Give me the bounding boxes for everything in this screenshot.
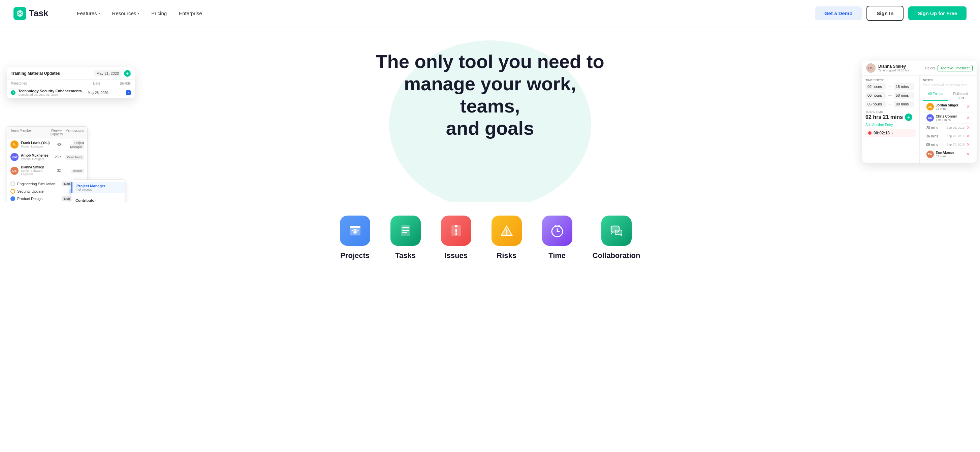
- sign-up-button[interactable]: Sign Up for Free: [908, 6, 967, 20]
- hero-headline: The only tool you need to manage your wo…: [372, 51, 608, 139]
- delete-icon[interactable]: ✕: [967, 104, 970, 109]
- time-entry-row: 05 hours — 00 mins: [865, 101, 916, 107]
- nav-features[interactable]: Features ▾: [72, 8, 105, 19]
- logo-text: Task: [29, 8, 48, 19]
- avatar: JS: [926, 103, 934, 110]
- hours-input[interactable]: 00 hours: [865, 92, 886, 99]
- mock-table-header: Milestones Date Billable: [7, 80, 135, 87]
- nav-divider: [62, 8, 62, 19]
- delete-icon[interactable]: ✕: [967, 152, 970, 157]
- mock-team-panel: Team Member Weekly Capacity Permissions …: [7, 126, 88, 202]
- avatar: AM: [10, 153, 19, 161]
- delete-icon[interactable]: ✕: [967, 142, 970, 147]
- svg-rect-5: [402, 228, 409, 228]
- mock-date: May 21, 2020: [94, 70, 121, 76]
- left-mockup: Training Material Updates May 21, 2020 +…: [7, 67, 135, 98]
- permission-dropdown: Project Manager Full Access Contributor …: [71, 180, 125, 202]
- task-status-icon: [10, 189, 15, 194]
- svg-point-11: [455, 233, 457, 235]
- feature-label: Issues: [444, 251, 468, 260]
- timer-row: 00:02:13 ▾: [865, 129, 916, 137]
- add-time-button[interactable]: +: [905, 113, 912, 121]
- svg-point-13: [506, 233, 508, 235]
- right-mockup: DS Dianna Smiley Time Logged 48:25 hrs R…: [862, 60, 977, 163]
- svg-rect-6: [402, 230, 409, 231]
- approve-timesheet-button[interactable]: Approve Timesheet: [937, 65, 973, 72]
- risks-icon: [492, 216, 522, 246]
- dropdown-item-project-manager[interactable]: Project Manager Full Access: [72, 182, 125, 193]
- hours-input[interactable]: 02 hours: [865, 83, 886, 90]
- logo-icon: [13, 7, 26, 20]
- delete-icon[interactable]: ✕: [967, 116, 970, 120]
- timesheet-header: DS Dianna Smiley Time Logged 48:25 hrs R…: [862, 60, 977, 76]
- navbar: Task Features ▾ Resources ▾ Pricing Ente…: [0, 0, 980, 27]
- tab-estimated-time[interactable]: Estimated Time: [948, 90, 973, 101]
- avatar: DS: [866, 63, 875, 73]
- timesheet-entry: 09 mins Sep 27, 2019 ✕: [923, 140, 974, 149]
- svg-rect-2: [350, 226, 361, 228]
- mock-add-button[interactable]: +: [124, 70, 131, 77]
- logo[interactable]: Task: [13, 7, 48, 20]
- dropdown-item-contributor[interactable]: Contributor Can Edit & Add Comments: [72, 196, 125, 202]
- nav-links: Features ▾ Resources ▾ Pricing Enterpris…: [72, 8, 815, 19]
- svg-rect-7: [402, 232, 407, 233]
- mins-input[interactable]: 15 mins: [894, 83, 914, 90]
- svg-rect-10: [455, 229, 457, 233]
- avatar: CC: [926, 114, 934, 122]
- time-icon: [542, 216, 573, 246]
- mock-checkbox[interactable]: [126, 90, 131, 95]
- task-status-icon: [10, 196, 15, 201]
- avatar: FL: [10, 140, 19, 148]
- reject-button[interactable]: Reject: [925, 66, 934, 70]
- feature-label: Collaboration: [593, 251, 640, 260]
- chevron-down-icon: ▾: [99, 11, 100, 15]
- avatar: DS: [10, 167, 19, 175]
- time-entry-row: 02 hours — 15 mins: [865, 83, 916, 90]
- timesheet-entry: 20 mins Sep 25, 2019 ✕: [923, 124, 974, 132]
- add-entry-link[interactable]: Add Another Entry: [865, 123, 916, 127]
- tab-all-entries[interactable]: All Entries: [923, 90, 948, 101]
- mins-input[interactable]: 00 mins: [894, 101, 914, 107]
- sign-in-button[interactable]: Sign In: [867, 6, 904, 21]
- tasks-icon: [390, 216, 421, 246]
- mock-member-row: FL Frank Lewis (You) Project Manager 40 …: [7, 138, 87, 151]
- timesheet-body: Time Entry 02 hours — 15 mins 00 hours —…: [862, 76, 977, 163]
- notes-placeholder: Your notes will be shown here...: [923, 83, 974, 87]
- feature-collaboration: Collaboration: [593, 216, 640, 260]
- delete-icon[interactable]: ✕: [967, 125, 970, 130]
- feature-label: Projects: [340, 251, 369, 260]
- hours-input[interactable]: 05 hours: [865, 101, 886, 107]
- timesheet-tabs: All Entries Estimated Time: [923, 90, 974, 101]
- timesheet-entry: EA Ece Akman 52 mins ✕: [923, 149, 974, 160]
- feature-projects: Projects: [340, 216, 370, 260]
- mock-task-header: Training Material Updates May 21, 2020 +: [7, 67, 135, 80]
- mock-member-row: DS Dianna Smiley Senior Software Enginee…: [7, 163, 87, 178]
- features-section: Projects Tasks Issues Risks Time Collabo…: [0, 202, 980, 260]
- mins-input[interactable]: 50 mins: [894, 92, 914, 99]
- mock-check-icon: [11, 90, 16, 95]
- svg-rect-17: [615, 230, 622, 235]
- avatar: EA: [926, 151, 934, 158]
- mock-task-title: Training Material Updates: [11, 71, 91, 76]
- collaboration-icon: [601, 216, 632, 246]
- timesheet-entry: JS Jordan Singer 24 mins ✕: [923, 101, 974, 113]
- projects-icon: [340, 216, 370, 246]
- issues-icon: [441, 216, 471, 246]
- nav-enterprise[interactable]: Enterprise: [174, 8, 207, 19]
- delete-icon[interactable]: ✕: [967, 134, 970, 138]
- time-entry-row: 00 hours — 50 mins: [865, 92, 916, 99]
- chevron-down-icon: ▾: [137, 11, 139, 15]
- feature-label: Time: [549, 251, 566, 260]
- get-demo-button[interactable]: Get a Demo: [815, 6, 862, 20]
- timesheet-entry: CC Chris Conner 1 hr 5 mins ✕: [923, 113, 974, 124]
- nav-actions: Get a Demo Sign In Sign Up for Free: [815, 6, 967, 21]
- nav-resources[interactable]: Resources ▾: [107, 8, 144, 19]
- task-status-icon: [10, 181, 15, 186]
- nav-pricing[interactable]: Pricing: [146, 8, 172, 19]
- feature-issues: Issues: [441, 216, 471, 260]
- feature-time: Time: [542, 216, 573, 260]
- mock-member-row: AM Arnob Mukherjee Product Designer 28 h…: [7, 151, 87, 163]
- svg-rect-12: [506, 229, 508, 233]
- feature-label: Tasks: [395, 251, 416, 260]
- svg-rect-9: [455, 225, 458, 228]
